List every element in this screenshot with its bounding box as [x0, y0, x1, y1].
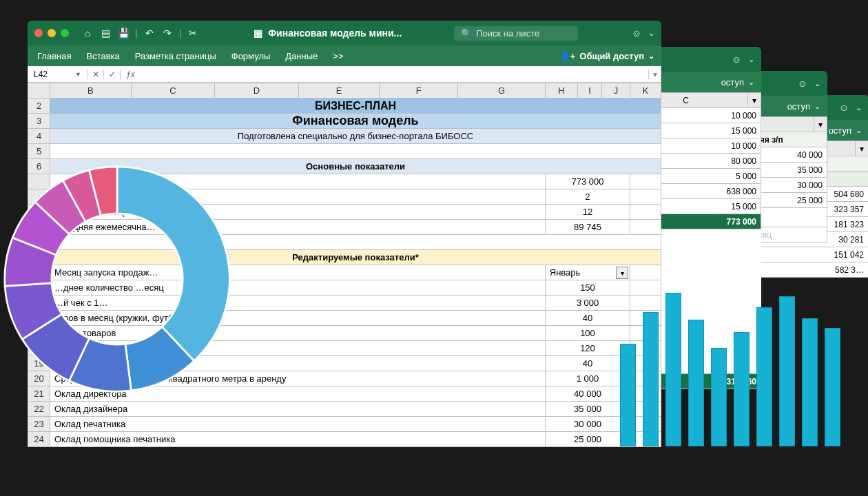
indicator-value: 89 745: [545, 220, 630, 235]
row-value: 25 000: [545, 432, 630, 447]
chevron-down-icon[interactable]: ⌄: [814, 79, 820, 88]
bar: [802, 318, 818, 446]
share-label: Общий доступ: [579, 51, 644, 61]
excel-file-icon: ▦: [251, 27, 264, 39]
row-value: 120: [545, 341, 630, 356]
title-cell: БИЗНЕС-ПЛАН: [50, 99, 661, 114]
row-header[interactable]: 4: [28, 129, 50, 144]
bar: [620, 344, 636, 447]
col-header[interactable]: D: [215, 83, 299, 99]
bar: [711, 348, 727, 446]
search-icon: 🔍: [461, 28, 472, 39]
chevron-down-icon[interactable]: ⌄: [856, 126, 862, 135]
cut-icon[interactable]: ✂: [187, 27, 199, 39]
dropdown-icon[interactable]: ▼: [75, 71, 81, 78]
col-header[interactable]: K: [630, 83, 661, 99]
month-dropdown[interactable]: Январь: [545, 265, 630, 280]
tab-data[interactable]: Данные: [285, 51, 318, 61]
row-label: Оклад помощника печатника: [50, 432, 546, 447]
formula-bar: L42 ▼ ✕ ✓ ƒx ▾: [28, 66, 661, 83]
redo-icon[interactable]: ↷: [161, 27, 174, 39]
save-icon[interactable]: 💾: [117, 27, 130, 39]
smile-icon[interactable]: ☺: [630, 27, 643, 39]
col-header[interactable]: H: [545, 83, 577, 99]
share-button[interactable]: 👤+ Общий доступ ⌄: [559, 51, 654, 61]
col-expand[interactable]: ▾: [748, 93, 761, 108]
tab-home[interactable]: Главная: [37, 51, 71, 61]
tab-insert[interactable]: Вставка: [86, 51, 119, 61]
indicator-value: 773 000: [545, 174, 630, 189]
search-input[interactable]: 🔍 Поиск на листе: [454, 26, 578, 41]
donut-chart: [0, 162, 234, 396]
col-header[interactable]: G: [458, 83, 546, 99]
row-value: 40: [545, 311, 630, 326]
chevron-down-icon[interactable]: ⌄: [748, 55, 754, 64]
bar: [825, 328, 840, 447]
smile-icon[interactable]: ☺: [796, 77, 809, 90]
cell: 151 042: [759, 247, 869, 262]
col-header[interactable]: B: [50, 83, 132, 99]
document-title: Финансовая модель мини...: [268, 28, 402, 39]
col-header[interactable]: E: [298, 83, 380, 99]
tab-formulas[interactable]: Формулы: [231, 51, 271, 61]
col-header[interactable]: I: [577, 83, 601, 99]
smile-icon[interactable]: ☺: [730, 53, 743, 65]
row-header[interactable]: 2: [28, 99, 50, 114]
accept-formula-button[interactable]: ✓: [104, 70, 121, 79]
row-value: 150: [545, 280, 630, 296]
layout-icon[interactable]: ▤: [99, 27, 112, 39]
bar: [643, 312, 659, 447]
col-header[interactable]: F: [380, 83, 458, 99]
indicator-value: 2: [545, 189, 630, 205]
row-label: Оклад печатника: [50, 417, 546, 432]
chevron-down-icon[interactable]: ⌄: [748, 78, 754, 87]
cell: 582 3…: [759, 262, 869, 278]
row-value: 35 000: [545, 402, 630, 417]
expand-formula-icon[interactable]: ▾: [648, 70, 661, 79]
maximize-icon[interactable]: [61, 29, 69, 37]
titlebar: ⌂ ▤ 💾 | ↶ ↷ | ✂ ▦ Финансовая модель мини…: [28, 21, 661, 45]
col-header[interactable]: J: [602, 83, 630, 99]
col-header[interactable]: C: [131, 83, 215, 99]
bar: [665, 293, 681, 446]
name-box[interactable]: L42 ▼: [28, 70, 87, 79]
smile-icon[interactable]: ☺: [838, 101, 850, 114]
indicator-value: 12: [545, 205, 630, 220]
select-all[interactable]: [28, 83, 50, 99]
share-suffix: оступ: [829, 125, 851, 136]
row-value: 30 000: [545, 417, 630, 432]
undo-icon[interactable]: ↶: [143, 27, 156, 39]
cell-reference: L42: [34, 70, 48, 79]
tab-more[interactable]: >>: [333, 51, 343, 61]
row-value: 1 000: [545, 371, 630, 386]
row-value: 3 000: [545, 296, 630, 311]
col-expand[interactable]: ▾: [814, 117, 827, 132]
home-icon[interactable]: ⌂: [81, 27, 94, 39]
close-icon[interactable]: [34, 29, 43, 37]
row-value: 40: [545, 356, 630, 371]
row-header[interactable]: 22: [28, 402, 50, 417]
bar: [756, 307, 772, 446]
chevron-down-icon[interactable]: ⌄: [648, 29, 654, 38]
bar: [734, 332, 750, 446]
row-header[interactable]: 23: [28, 417, 50, 432]
row-header[interactable]: 5: [28, 144, 50, 159]
window-controls: [34, 29, 69, 37]
bar: [688, 320, 704, 446]
chevron-down-icon[interactable]: ⌄: [856, 103, 862, 112]
cancel-formula-button[interactable]: ✕: [87, 70, 104, 79]
search-placeholder: Поиск на листе: [476, 28, 539, 39]
chevron-down-icon: ⌄: [648, 52, 654, 61]
bar: [779, 296, 795, 447]
row-value: 100: [545, 326, 630, 341]
row-value: 40 000: [545, 386, 630, 402]
row-header[interactable]: 24: [28, 432, 50, 447]
share-suffix: оступ: [787, 101, 810, 112]
col-expand[interactable]: ▾: [856, 141, 869, 156]
minimize-icon[interactable]: [48, 29, 56, 37]
tab-layout[interactable]: Разметка страницы: [135, 51, 216, 61]
chevron-down-icon[interactable]: ⌄: [814, 102, 820, 111]
row-header[interactable]: 3: [28, 114, 50, 129]
ribbon: Главная Вставка Разметка страницы Формул…: [28, 45, 661, 66]
fx-label[interactable]: ƒx: [121, 70, 141, 79]
